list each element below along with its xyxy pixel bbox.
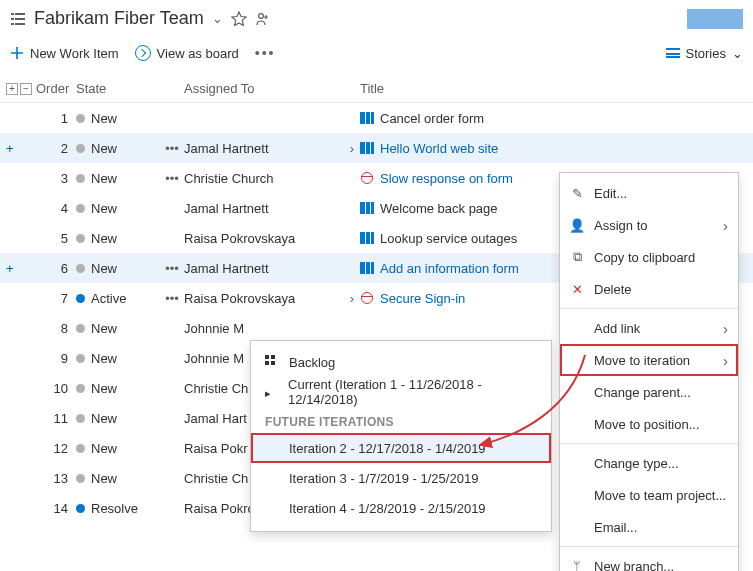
- cell-state: New: [76, 141, 160, 156]
- svg-rect-3: [15, 18, 25, 20]
- menu-move-to-position[interactable]: Move to position...: [560, 408, 738, 440]
- menu-edit[interactable]: ✎Edit...: [560, 177, 738, 209]
- new-work-item-button[interactable]: New Work Item: [10, 46, 119, 61]
- row-more-button[interactable]: •••: [160, 291, 184, 306]
- table-row[interactable]: +2New•••Jamal HartnettHello World web si…: [0, 133, 753, 163]
- cell-state: New: [76, 381, 160, 396]
- row-more-button[interactable]: •••: [160, 261, 184, 276]
- svg-rect-2: [11, 18, 14, 20]
- column-header-title[interactable]: Title: [360, 81, 753, 96]
- iteration-2[interactable]: Iteration 2 - 12/17/2018 - 1/4/2019: [251, 433, 551, 463]
- cell-order: 8: [36, 321, 76, 336]
- state-dot-icon: [76, 444, 85, 453]
- chevron-down-icon[interactable]: ⌄: [212, 11, 223, 26]
- expand-row-icon[interactable]: [344, 141, 360, 156]
- star-icon[interactable]: [231, 11, 247, 27]
- cell-order: 6: [36, 261, 76, 276]
- story-icon: [360, 142, 374, 154]
- column-header-order[interactable]: Order: [36, 81, 76, 96]
- state-dot-icon: [76, 414, 85, 423]
- svg-rect-4: [11, 23, 14, 25]
- cell-title[interactable]: Hello World web site: [360, 141, 753, 156]
- cell-assigned: Johnnie M: [184, 321, 344, 336]
- backlog-level-selector[interactable]: Stories ⌄: [666, 46, 743, 61]
- state-dot-icon: [76, 234, 85, 243]
- row-more-button[interactable]: •••: [160, 141, 184, 156]
- story-icon: [360, 232, 374, 244]
- cell-state: New: [76, 441, 160, 456]
- menu-change-parent[interactable]: Change parent...: [560, 376, 738, 408]
- expand-all-icon[interactable]: +: [6, 83, 18, 95]
- grid-icon: [265, 355, 279, 369]
- state-dot-icon: [76, 294, 85, 303]
- cell-assigned: Raisa Pokrovskaya: [184, 291, 344, 306]
- delete-icon: ✕: [570, 282, 584, 296]
- collapse-all-icon[interactable]: −: [20, 83, 32, 95]
- cell-title[interactable]: Cancel order form: [360, 111, 753, 126]
- people-icon[interactable]: [255, 11, 271, 27]
- view-as-board-button[interactable]: View as board: [135, 45, 239, 61]
- backlog-icon: [10, 11, 26, 27]
- svg-point-6: [258, 13, 263, 18]
- right-block: [687, 9, 743, 29]
- grid-header-row: + − Order State Assigned To Title: [0, 75, 753, 103]
- context-menu: ✎Edit... 👤Assign to ⧉Copy to clipboard ✕…: [559, 172, 739, 571]
- cell-order: 11: [36, 411, 76, 426]
- cell-assigned: Raisa Pokrovskaya: [184, 231, 344, 246]
- state-dot-icon: [76, 114, 85, 123]
- cell-state: Resolve: [76, 501, 160, 516]
- add-child-icon[interactable]: +: [6, 261, 24, 276]
- menu-copy[interactable]: ⧉Copy to clipboard: [560, 241, 738, 273]
- cell-assigned: Jamal Hartnett: [184, 261, 344, 276]
- menu-delete[interactable]: ✕Delete: [560, 273, 738, 305]
- state-dot-icon: [76, 324, 85, 333]
- cell-state: New: [76, 171, 160, 186]
- story-icon: [360, 262, 374, 274]
- menu-move-team-project[interactable]: Move to team project...: [560, 479, 738, 511]
- expand-row-icon[interactable]: [344, 291, 360, 306]
- menu-move-to-iteration[interactable]: Move to iteration: [560, 344, 738, 376]
- menu-email[interactable]: Email...: [560, 511, 738, 543]
- cell-state: New: [76, 351, 160, 366]
- branch-icon: ᛘ: [570, 559, 584, 571]
- state-dot-icon: [76, 204, 85, 213]
- menu-new-branch[interactable]: ᛘNew branch...: [560, 550, 738, 571]
- state-dot-icon: [76, 504, 85, 513]
- row-more-button[interactable]: •••: [160, 171, 184, 186]
- svg-rect-1: [15, 13, 25, 15]
- cell-state: New: [76, 201, 160, 216]
- svg-rect-0: [11, 13, 14, 15]
- cell-state: New: [76, 261, 160, 276]
- person-icon: 👤: [570, 218, 584, 232]
- cell-state: New: [76, 471, 160, 486]
- column-header-state[interactable]: State: [76, 81, 160, 96]
- cell-order: 1: [36, 111, 76, 126]
- team-title[interactable]: Fabrikam Fiber Team: [34, 8, 204, 29]
- iteration-current[interactable]: Current (Iteration 1 - 11/26/2018 - 12/1…: [251, 377, 551, 407]
- cell-order: 14: [36, 501, 76, 516]
- cell-order: 12: [36, 441, 76, 456]
- cell-assigned: Christie Church: [184, 171, 344, 186]
- story-icon: [360, 202, 374, 214]
- menu-change-type[interactable]: Change type...: [560, 447, 738, 479]
- add-child-icon[interactable]: +: [6, 141, 24, 156]
- state-dot-icon: [76, 384, 85, 393]
- state-dot-icon: [76, 174, 85, 183]
- iteration-backlog[interactable]: Backlog: [251, 347, 551, 377]
- expand-collapse-controls[interactable]: + −: [6, 83, 36, 95]
- cell-state: Active: [76, 291, 160, 306]
- cell-assigned: Jamal Hartnett: [184, 141, 344, 156]
- cell-order: 13: [36, 471, 76, 486]
- table-row[interactable]: +1NewCancel order form: [0, 103, 753, 133]
- menu-add-link[interactable]: Add link: [560, 312, 738, 344]
- toolbar-more-button[interactable]: •••: [255, 45, 276, 61]
- menu-assign-to[interactable]: 👤Assign to: [560, 209, 738, 241]
- cell-order: 5: [36, 231, 76, 246]
- cell-state: New: [76, 111, 160, 126]
- state-dot-icon: [76, 474, 85, 483]
- iteration-3[interactable]: Iteration 3 - 1/7/2019 - 1/25/2019: [251, 463, 551, 493]
- toolbar: New Work Item View as board ••• Stories …: [0, 35, 753, 75]
- column-header-assigned[interactable]: Assigned To: [184, 81, 344, 96]
- iteration-4[interactable]: Iteration 4 - 1/28/2019 - 2/15/2019: [251, 493, 551, 523]
- cell-order: 2: [36, 141, 76, 156]
